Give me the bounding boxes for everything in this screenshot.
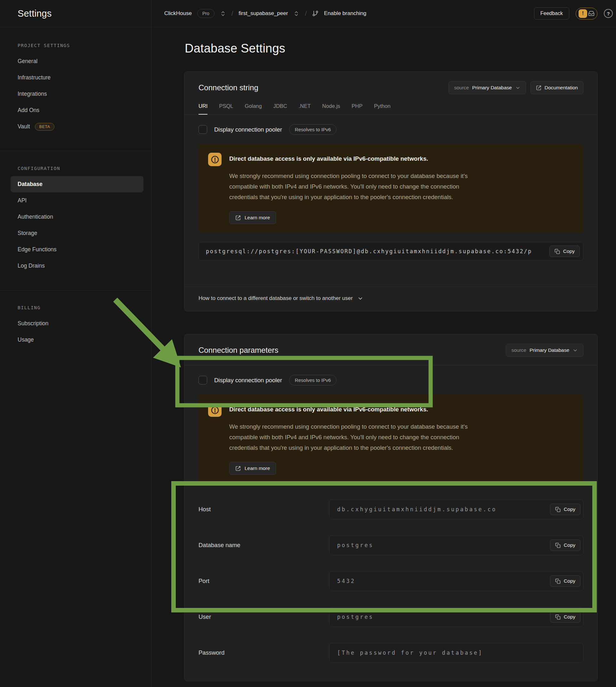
sidebar-item-infrastructure[interactable]: Infrastructure <box>0 69 151 86</box>
sidebar-item-label: Authentication <box>18 214 53 220</box>
connection-string-title: Connection string <box>198 83 258 92</box>
warning-title: Direct database access is only available… <box>229 153 428 162</box>
beta-badge: BETA <box>35 123 55 131</box>
warning-body: We strongly recommend using connection p… <box>229 421 574 453</box>
chevrons-up-down-icon[interactable] <box>220 10 226 17</box>
external-link-icon <box>235 466 241 471</box>
source-label: source <box>454 85 469 91</box>
alert-circle-icon <box>208 403 222 417</box>
sidebar-item-usage[interactable]: Usage <box>0 332 151 348</box>
chevron-down-icon <box>357 295 364 302</box>
breadcrumb-separator: / <box>305 10 307 17</box>
notifications-button[interactable]: ! <box>576 8 597 20</box>
warning-title: Direct database access is only available… <box>229 403 428 413</box>
tab-python[interactable]: Python <box>374 103 390 114</box>
param-value: postgres <box>337 614 550 620</box>
plan-badge: Pro <box>197 9 215 18</box>
source-label: source <box>511 347 526 353</box>
tab-uri[interactable]: URI <box>198 103 207 114</box>
source-select[interactable]: source Primary Database <box>448 81 526 94</box>
feedback-button[interactable]: Feedback <box>534 7 569 20</box>
settings-title: Settings <box>18 8 51 19</box>
header-actions: Feedback ! ? <box>534 7 616 20</box>
param-row-user: UserpostgresCopy <box>198 599 584 635</box>
alert-circle-icon <box>208 153 222 166</box>
learn-more-label: Learn more <box>245 465 270 471</box>
learn-more-button[interactable]: Learn more <box>229 211 276 224</box>
display-connection-pooler-checkbox[interactable] <box>198 125 207 134</box>
connection-parameters-list: Hostdb.cxhygiuitamxhniiddjm.supabase.coC… <box>184 491 597 676</box>
warning-body: We strongly recommend using connection p… <box>229 171 574 202</box>
sidebar-item-label: Add Ons <box>18 107 39 114</box>
param-value: 5432 <box>337 578 550 584</box>
param-row-host: Hostdb.cxhygiuitamxhniiddjm.supabase.coC… <box>198 491 584 527</box>
sidebar-item-label: General <box>18 58 38 65</box>
copy-user-button[interactable]: Copy <box>550 611 580 623</box>
project-name[interactable]: first_supabase_peer <box>239 10 288 17</box>
copy-port-button[interactable]: Copy <box>550 575 580 587</box>
param-row-port: Port5432Copy <box>198 563 584 599</box>
org-name[interactable]: ClickHouse <box>164 10 192 17</box>
display-connection-pooler-checkbox[interactable] <box>198 376 207 384</box>
sidebar-item-subscription[interactable]: Subscription <box>0 315 151 332</box>
display-connection-pooler-label: Display connection pooler <box>214 126 282 133</box>
sidebar-item-vault[interactable]: VaultBETA <box>0 118 151 135</box>
sidebar-section-label: CONFIGURATION <box>0 166 151 171</box>
enable-branching-button[interactable]: Enable branching <box>324 10 366 17</box>
sidebar-item-label: Log Drains <box>18 263 45 269</box>
param-value: [The password for your database] <box>337 649 580 656</box>
sidebar-item-label: Storage <box>18 230 37 237</box>
sidebar-item-label: Subscription <box>18 320 48 327</box>
header-settings-title-area: Settings <box>0 0 151 27</box>
documentation-button[interactable]: Documentation <box>530 81 584 94</box>
tab-jdbc[interactable]: JDBC <box>273 103 287 114</box>
tab-net[interactable]: .NET <box>299 103 311 114</box>
param-label: Password <box>198 649 329 656</box>
tab-php[interactable]: PHP <box>352 103 362 114</box>
resolves-to-ipv6-badge: Resolves to IPv6 <box>289 375 337 385</box>
sidebar-item-label: Vault <box>18 123 30 130</box>
sidebar-item-authentication[interactable]: Authentication <box>0 209 151 225</box>
external-link-icon <box>235 215 241 221</box>
breadcrumb: ClickHouse Pro / first_supabase_peer / E… <box>151 9 366 18</box>
sidebar-item-integrations[interactable]: Integrations <box>0 86 151 102</box>
copy-uri-button[interactable]: Copy <box>549 246 580 257</box>
external-link-icon <box>536 85 542 91</box>
source-select[interactable]: source Primary Database <box>506 344 584 357</box>
source-value: Primary Database <box>530 347 569 353</box>
sidebar-item-general[interactable]: General <box>0 53 151 69</box>
learn-more-label: Learn more <box>245 215 270 221</box>
copy-host-button[interactable]: Copy <box>550 504 580 515</box>
sidebar-item-log-drains[interactable]: Log Drains <box>0 258 151 274</box>
sidebar-item-storage[interactable]: Storage <box>0 225 151 241</box>
param-label: User <box>198 613 329 620</box>
chevron-down-icon <box>572 348 578 353</box>
tab-node-js[interactable]: Node.js <box>322 103 340 114</box>
copy-label: Copy <box>564 506 575 512</box>
sidebar-item-edge-functions[interactable]: Edge Functions <box>0 241 151 258</box>
param-input-user[interactable]: postgresCopy <box>329 607 584 627</box>
tab-golang[interactable]: Golang <box>245 103 262 114</box>
top-header: Settings ClickHouse Pro / first_supabase… <box>0 0 616 27</box>
param-row-database-name: Database namepostgresCopy <box>198 527 584 563</box>
help-button[interactable]: ? <box>604 9 613 18</box>
chevron-down-icon <box>515 85 521 91</box>
connect-help-expander[interactable]: How to connect to a different database o… <box>184 287 597 311</box>
chevrons-up-down-icon[interactable] <box>293 10 299 17</box>
sidebar-item-api[interactable]: API <box>0 193 151 209</box>
param-input-host[interactable]: db.cxhygiuitamxhniiddjm.supabase.coCopy <box>329 500 584 519</box>
learn-more-button[interactable]: Learn more <box>229 462 276 475</box>
param-value: postgres <box>337 542 550 548</box>
param-label: Port <box>198 577 329 584</box>
param-input-password[interactable]: [The password for your database] <box>329 643 584 663</box>
param-input-port[interactable]: 5432Copy <box>329 571 584 591</box>
tab-psql[interactable]: PSQL <box>219 103 233 114</box>
sidebar-item-database[interactable]: Database <box>10 176 144 193</box>
connect-help-text: How to connect to a different database o… <box>198 295 353 302</box>
copy-label: Copy <box>564 614 575 620</box>
sidebar-item-add-ons[interactable]: Add Ons <box>0 102 151 118</box>
copy-database-name-button[interactable]: Copy <box>550 539 580 551</box>
connection-string-tabs: URIPSQLGolangJDBC.NETNode.jsPHPPython <box>184 94 597 115</box>
param-input-database-name[interactable]: postgresCopy <box>329 535 584 555</box>
sidebar: PROJECT SETTINGSGeneralInfrastructureInt… <box>0 27 151 687</box>
